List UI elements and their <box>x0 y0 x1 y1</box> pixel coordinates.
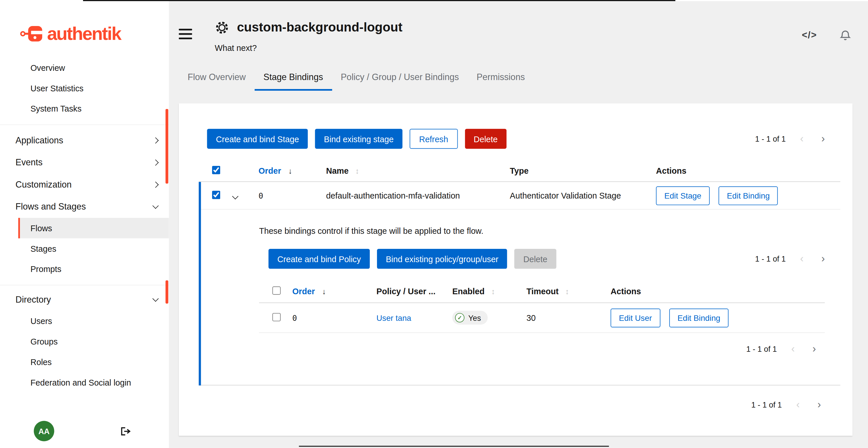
sidebar-toggle-icon[interactable] <box>179 29 192 39</box>
check-circle-icon: ✓ <box>455 313 465 322</box>
group-label: Flows and Stages <box>16 202 86 212</box>
group-label: Events <box>16 158 43 167</box>
avatar[interactable]: AA <box>34 421 54 441</box>
column-order[interactable]: Order <box>292 286 315 296</box>
sidebar-item-prompts[interactable]: Prompts <box>18 259 169 279</box>
pagination-policy-top: 1 - 1 of 1 ‹ › <box>755 253 825 265</box>
group-label: Applications <box>16 136 63 145</box>
chevron-right-icon <box>153 160 159 166</box>
select-all-checkbox[interactable] <box>272 286 281 295</box>
pagination-policy-bottom: 1 - 1 of 1 ‹ › <box>199 343 816 355</box>
sidebar-item-stages[interactable]: Stages <box>18 238 169 259</box>
row-expander-chevron-icon[interactable] <box>225 192 238 200</box>
sidebar-item-federation[interactable]: Federation and Social login <box>18 372 169 393</box>
pagination-next-icon[interactable]: › <box>817 399 821 411</box>
tab-permissions[interactable]: Permissions <box>468 66 534 91</box>
row-timeout: 30 <box>520 313 604 322</box>
stage-bindings-card: Create and bind Stage Bind existing stag… <box>179 103 852 436</box>
enabled-badge: ✓ Yes <box>452 311 488 324</box>
group-label: Directory <box>16 295 51 305</box>
row-name: default-authentication-mfa-validation <box>319 191 503 200</box>
sidebar-item-overview[interactable]: Overview <box>0 58 169 78</box>
sidebar-group-flows-and-stages[interactable]: Flows and Stages <box>0 196 169 218</box>
chevron-right-icon <box>153 181 159 188</box>
api-drawer-icon[interactable]: </> <box>802 30 817 40</box>
policy-user-link[interactable]: User tana <box>376 314 411 322</box>
sidebar-group-customization[interactable]: Customization <box>0 174 169 196</box>
tab-policy-group-user-bindings[interactable]: Policy / Group / User Bindings <box>332 66 468 91</box>
pagination-label: 1 - 1 of 1 <box>755 134 786 143</box>
stage-toolbar: Create and bind Stage Bind existing stag… <box>179 103 852 160</box>
table-row: 0 default-authentication-mfa-validation … <box>199 182 840 210</box>
edit-binding-button[interactable]: Edit Binding <box>669 308 728 327</box>
sidebar-item-roles[interactable]: Roles <box>18 352 169 372</box>
bind-existing-stage-button[interactable]: Bind existing stage <box>315 129 402 149</box>
pagination-label: 1 - 1 of 1 <box>751 400 782 409</box>
page-title: custom-background-logout <box>237 20 402 35</box>
column-enabled[interactable]: Enabled <box>452 286 485 296</box>
sidebar-item-flows[interactable]: Flows <box>18 218 169 238</box>
edit-stage-button[interactable]: Edit Stage <box>656 186 709 205</box>
authentik-logo-icon <box>20 24 43 44</box>
sidebar-item-groups[interactable]: Groups <box>18 331 169 352</box>
sort-icon[interactable]: ↕ <box>565 287 569 296</box>
sidebar-group-applications[interactable]: Applications <box>0 130 169 152</box>
create-and-bind-stage-button[interactable]: Create and bind Stage <box>207 129 308 149</box>
column-name[interactable]: Name <box>326 166 349 175</box>
stage-bindings-table: Order↓ Name↕ Type Actions 0 default-auth… <box>199 160 840 386</box>
sort-icon[interactable]: ↕ <box>491 287 495 296</box>
sidebar-group-events[interactable]: Events <box>0 151 169 174</box>
sidebar-scrollbar-thumb[interactable] <box>165 109 168 183</box>
pagination-next-icon[interactable]: › <box>822 253 825 265</box>
row-checkbox[interactable] <box>212 191 220 199</box>
enabled-value: Yes <box>468 313 481 322</box>
column-order[interactable]: Order <box>258 166 281 175</box>
sidebar-item-user-statistics[interactable]: User Statistics <box>0 78 169 99</box>
row-type: Authenticator Validation Stage <box>503 191 649 200</box>
page-subtitle: What next? <box>215 43 402 53</box>
column-policy-user: Policy / User ... <box>370 286 445 296</box>
edit-binding-button[interactable]: Edit Binding <box>719 186 778 205</box>
page-header: custom-background-logout What next? </> <box>169 1 868 53</box>
tab-bar: Flow Overview Stage Bindings Policy / Gr… <box>179 66 868 91</box>
sidebar-item-users[interactable]: Users <box>18 311 169 331</box>
bindings-description: These bindings control if this stage wil… <box>259 226 840 236</box>
sidebar-item-system-tasks[interactable]: System Tasks <box>0 99 169 119</box>
sort-desc-icon: ↓ <box>322 287 326 296</box>
pagination-prev-icon: ‹ <box>800 253 804 265</box>
table-header: Order↓ Policy / User ... Enabled↕ Timeou… <box>259 280 825 303</box>
expanded-row-block: 0 default-authentication-mfa-validation … <box>199 182 840 385</box>
chevron-down-icon <box>153 203 159 209</box>
sidebar-group-directory[interactable]: Directory <box>0 289 169 311</box>
notifications-bell-icon[interactable] <box>839 29 851 41</box>
group-label: Customization <box>16 180 72 189</box>
edit-user-button[interactable]: Edit User <box>611 308 660 327</box>
chevron-right-icon <box>153 137 159 144</box>
row-checkbox[interactable] <box>272 313 281 321</box>
policy-toolbar: Create and bind Policy Bind existing pol… <box>269 249 825 269</box>
pagination-bottom: 1 - 1 of 1 ‹ › <box>179 386 852 411</box>
tab-flow-overview[interactable]: Flow Overview <box>179 66 255 91</box>
pagination-prev-icon: ‹ <box>791 343 795 355</box>
pagination-prev-icon: ‹ <box>800 133 804 145</box>
sidebar-scrollbar-thumb[interactable] <box>165 280 168 304</box>
window-bottom-border <box>299 446 609 447</box>
logout-icon[interactable] <box>120 425 132 437</box>
table-header: Order↓ Name↕ Type Actions <box>199 160 840 182</box>
create-and-bind-policy-button[interactable]: Create and bind Policy <box>269 249 370 269</box>
policy-bindings-table: Order↓ Policy / User ... Enabled↕ Timeou… <box>259 280 825 333</box>
column-timeout[interactable]: Timeout <box>527 286 559 296</box>
pagination-next-icon[interactable]: › <box>812 343 816 355</box>
pagination-next-icon[interactable]: › <box>822 133 825 145</box>
row-order: 0 <box>286 313 370 322</box>
row-expansion: These bindings control if this stage wil… <box>199 226 840 386</box>
delete-button[interactable]: Delete <box>465 129 506 149</box>
select-all-checkbox[interactable] <box>212 166 220 174</box>
bind-existing-policy-button[interactable]: Bind existing policy/group/user <box>377 249 507 269</box>
sidebar: authentik Overview User Statistics Syste… <box>0 1 169 448</box>
sort-icon[interactable]: ↕ <box>355 167 359 175</box>
table-row: 0 User tana ✓ Yes 30 <box>259 303 825 333</box>
refresh-button[interactable]: Refresh <box>410 129 458 149</box>
tab-stage-bindings[interactable]: Stage Bindings <box>255 66 332 91</box>
pagination-top: 1 - 1 of 1 ‹ › <box>755 133 825 145</box>
